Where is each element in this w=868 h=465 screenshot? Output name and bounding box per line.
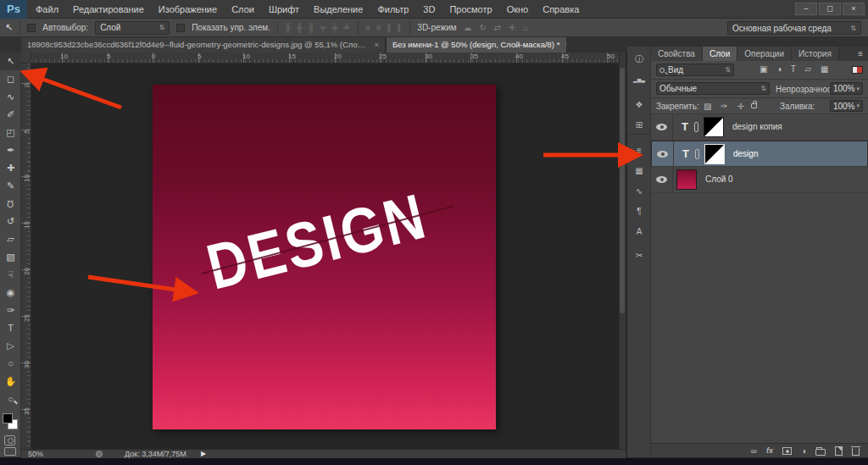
histogram-panel-icon[interactable]: ▂▅▃	[627, 70, 651, 89]
link-layers-icon[interactable]: ∞	[751, 446, 757, 456]
restore-button[interactable]: ◻	[819, 3, 841, 15]
adjustment-layer-icon[interactable]: ◑	[801, 446, 806, 456]
menu-layers[interactable]: Слои	[231, 4, 254, 14]
new-group-icon[interactable]	[815, 449, 826, 456]
lasso-tool[interactable]: ∿	[0, 88, 21, 106]
3d-mode-icons[interactable]: ☁ ↻ ⇄ ✛ ⌂	[464, 23, 531, 32]
tab-history[interactable]: История	[792, 47, 839, 61]
layer-filter-type-icons[interactable]: ▣ ◑ T ▱ ▦	[760, 64, 832, 74]
menu-image[interactable]: Изображение	[159, 4, 217, 14]
clone-source-panel-icon[interactable]: ✂	[627, 246, 651, 265]
status-flyout-icon[interactable]: ▶	[201, 450, 206, 457]
layer-name[interactable]: Слой 0	[705, 167, 733, 192]
eye-icon[interactable]	[656, 124, 667, 130]
menu-help[interactable]: Справка	[542, 4, 579, 14]
visibility-cell[interactable]	[651, 114, 673, 140]
layer-mask-thumbnail[interactable]	[704, 144, 725, 164]
ellipse-tool[interactable]: ○	[0, 355, 21, 373]
layer-effects-icon[interactable]: fx	[766, 446, 773, 455]
paths-panel-icon[interactable]: ∿	[627, 182, 651, 201]
history-brush-tool[interactable]: ↺	[0, 213, 21, 230]
color-panel-icon[interactable]: ❖	[627, 96, 651, 114]
dodge-tool[interactable]: ◉	[0, 284, 21, 302]
menu-edit[interactable]: Редактирование	[73, 4, 144, 14]
eyedropper-tool[interactable]: ✒	[0, 141, 21, 159]
panel-menu-icon[interactable]: ≡	[858, 47, 863, 61]
layer-filter-kind-select[interactable]: Вид ⇅	[656, 64, 734, 76]
menu-select[interactable]: Выделение	[314, 4, 363, 14]
menu-file[interactable]: Файл	[36, 4, 58, 14]
foreground-color-swatch[interactable]	[3, 413, 13, 423]
fill-value[interactable]: 100% ▾	[830, 100, 863, 112]
document-size-info[interactable]: Док: 3,34M/7,75M	[125, 450, 186, 458]
brush-tool[interactable]: ✎	[0, 177, 21, 195]
eye-icon[interactable]	[656, 176, 667, 183]
layer-row-design-selected[interactable]: T design	[651, 141, 868, 167]
smudge-tool[interactable]: ☟	[0, 266, 21, 284]
layer-filter-switch-icon[interactable]	[852, 66, 863, 74]
delete-layer-icon[interactable]	[852, 448, 860, 456]
eraser-tool[interactable]: ▱	[0, 230, 21, 248]
character-panel-icon[interactable]: A	[627, 223, 651, 241]
add-mask-icon[interactable]	[782, 447, 792, 455]
close-button[interactable]: ×	[843, 3, 865, 15]
visibility-cell[interactable]	[652, 141, 674, 167]
menu-window[interactable]: Окно	[507, 4, 529, 14]
quick-selection-tool[interactable]: ✐	[0, 106, 21, 124]
channels-panel-icon[interactable]: ▦	[627, 162, 651, 180]
blend-mode-select[interactable]: Обычные ⇅	[656, 82, 770, 95]
paragraph-panel-icon[interactable]: ¶	[627, 202, 651, 221]
layer-name[interactable]: design копия	[732, 114, 782, 140]
ruler-corner[interactable]	[21, 53, 31, 64]
type-tool[interactable]: T	[0, 319, 21, 337]
layer-name[interactable]: design	[733, 141, 758, 167]
pen-tool[interactable]: ✑	[0, 302, 21, 319]
document-tab-active[interactable]: Без имени-1 @ 50% (design, Слой-маска/8)…	[387, 37, 566, 53]
autoselect-checkbox[interactable]	[27, 24, 36, 32]
opacity-value[interactable]: 100% ▾	[830, 82, 863, 95]
menu-view[interactable]: Просмотр	[449, 4, 492, 14]
healing-brush-tool[interactable]: ✚	[0, 159, 21, 177]
layers-panel-icon[interactable]: ≡	[627, 141, 651, 160]
lock-all-icon[interactable]	[751, 103, 757, 108]
tab-properties[interactable]: Свойства	[651, 47, 703, 61]
distribute-buttons-icons[interactable]: ≡ ≡ ∥ ∥	[365, 23, 403, 32]
tab-actions[interactable]: Операции	[737, 47, 792, 61]
vertical-ruler[interactable]	[21, 64, 31, 449]
swatches-panel-icon[interactable]: ⊞	[627, 116, 651, 135]
current-tool-icon[interactable]: ↖	[5, 22, 13, 33]
workspace-select[interactable]: Основная рабочая среда ⇅	[727, 21, 861, 35]
align-buttons-icons[interactable]: ╟ ╫ ╢ ╤ ╪ ╧	[285, 23, 351, 32]
tab-close-icon[interactable]: ×	[565, 37, 566, 53]
tab-layers[interactable]: Слои	[703, 47, 737, 61]
crop-tool[interactable]: ◰	[0, 124, 21, 141]
hand-tool[interactable]: ✋	[0, 373, 21, 390]
show-transform-controls-checkbox[interactable]	[176, 24, 185, 32]
minimize-button[interactable]: –	[795, 3, 817, 15]
eye-icon[interactable]	[657, 151, 668, 158]
zoom-tool[interactable]: ○	[0, 390, 21, 408]
info-panel-icon[interactable]: ⓘ	[627, 50, 651, 69]
zoom-level[interactable]: 50%	[28, 450, 43, 458]
tab-close-icon[interactable]: ×	[374, 37, 379, 53]
marquee-tool[interactable]: ◻	[0, 70, 21, 88]
layer-row-design-copy[interactable]: T design копия	[651, 114, 868, 141]
screen-mode-icon[interactable]	[4, 447, 16, 456]
layer-row-background[interactable]: Слой 0	[651, 167, 868, 193]
quick-mask-icon[interactable]	[4, 435, 15, 446]
gradient-tool[interactable]: ▧	[0, 248, 21, 266]
menu-type[interactable]: Шрифт	[269, 4, 299, 14]
new-layer-icon[interactable]	[835, 446, 843, 456]
layer-thumbnail[interactable]	[676, 169, 697, 190]
menu-filter[interactable]: Фильтр	[377, 4, 409, 14]
visibility-cell[interactable]	[651, 167, 673, 192]
scrollbar-thumb[interactable]	[620, 68, 625, 313]
lock-icons[interactable]: ▨ ✑ ✛	[704, 102, 748, 111]
menu-3d[interactable]: 3D	[423, 4, 435, 14]
document-tab-inactive[interactable]: 18908c953d23cbe36ccd636f12f0d4e9--fluid-…	[21, 37, 386, 53]
autoselect-target-select[interactable]: Слой ⇅	[95, 21, 170, 35]
path-selection-tool[interactable]: ▷	[0, 337, 21, 355]
clone-stamp-tool[interactable]: Ω	[0, 195, 21, 213]
move-tool[interactable]: ↖	[0, 53, 21, 70]
layer-mask-thumbnail[interactable]	[704, 117, 724, 137]
